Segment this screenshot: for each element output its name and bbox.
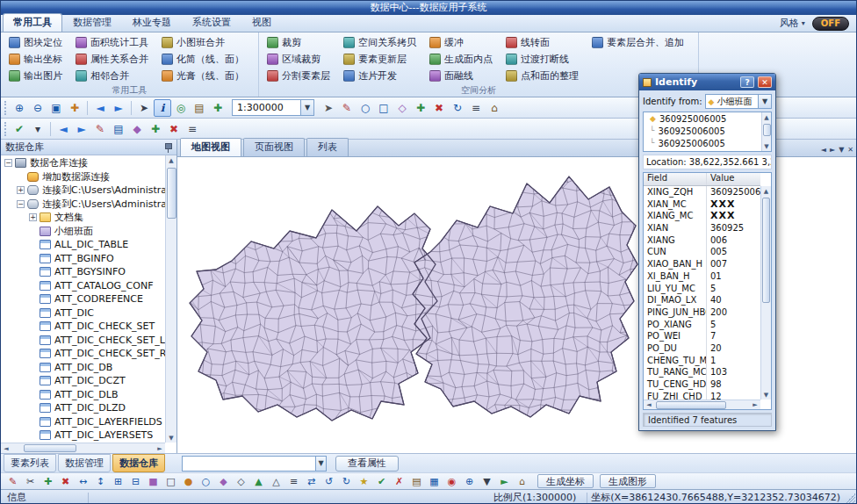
- check-button[interactable]: ✔: [373, 474, 390, 489]
- ribbon-tool[interactable]: 相邻合并: [72, 68, 152, 84]
- grid-row[interactable]: FU_ZHI_CHD12: [644, 391, 760, 400]
- delete-vertex-button[interactable]: ✖: [57, 474, 74, 489]
- identify-result-item[interactable]: └360925006005: [644, 137, 771, 149]
- ribbon-tool[interactable]: 线转面: [502, 34, 582, 51]
- ribbon-tool[interactable]: 裁剪: [263, 34, 334, 51]
- tree-horizontal-scrollbar[interactable]: ◄ ►: [1, 443, 165, 453]
- chevron-down-icon[interactable]: ▼: [300, 100, 313, 115]
- add-data-button[interactable]: ✚: [209, 99, 227, 117]
- identify-from-dropdown[interactable]: ◆ 小细班面 ▼: [705, 94, 772, 109]
- down-tool-button[interactable]: ▼: [479, 474, 495, 489]
- cross-button[interactable]: ✗: [391, 474, 407, 489]
- ribbon-tab-系统设置[interactable]: 系统设置: [182, 13, 241, 32]
- move-vertical-button[interactable]: ↕: [92, 474, 109, 489]
- next-record-button[interactable]: ►: [73, 120, 90, 138]
- tree-item[interactable]: ATT_BGYSINFO: [1, 265, 165, 279]
- select-features-button[interactable]: ➤: [320, 99, 337, 117]
- tree-item[interactable]: 增加数据源连接: [1, 170, 165, 184]
- grid-row[interactable]: XI_BAN_H01: [644, 270, 760, 283]
- identify-result-item[interactable]: └360925006005: [644, 125, 771, 137]
- node-tool-button[interactable]: ●: [180, 474, 197, 489]
- add-feature-button[interactable]: ✚: [412, 99, 429, 117]
- ribbon-tool[interactable]: 区域裁剪: [263, 51, 334, 68]
- outline-tool-button[interactable]: □: [162, 474, 179, 489]
- ribbon-tool[interactable]: 面积统计工具: [72, 34, 152, 51]
- select-button[interactable]: ➤: [135, 99, 153, 117]
- zoom-out-button[interactable]: ⊖: [29, 99, 47, 117]
- grid-row[interactable]: XIANG_MCXXX: [644, 210, 760, 222]
- validate-button[interactable]: ✔: [11, 120, 28, 138]
- scroll-up-icon[interactable]: ▲: [166, 155, 176, 165]
- tab-scroll-right-icon[interactable]: ►: [830, 146, 835, 154]
- swap-tool-button[interactable]: ⇄: [303, 474, 320, 489]
- fill-tool-button[interactable]: ■: [145, 474, 162, 489]
- hollow-triangle-button[interactable]: △: [268, 474, 284, 489]
- view-attributes-button[interactable]: 查看属性: [335, 456, 399, 472]
- symbols-button[interactable]: ◆: [128, 120, 146, 138]
- tab-列表[interactable]: 列表: [306, 138, 349, 156]
- scrollbar-thumb[interactable]: [656, 401, 726, 409]
- undo-button[interactable]: ↺: [320, 474, 337, 489]
- panel-tab-要素列表[interactable]: 要素列表: [4, 454, 56, 472]
- scrollbar-thumb[interactable]: [762, 198, 770, 303]
- pin-icon[interactable]: [163, 142, 172, 153]
- tree-item[interactable]: ATT_DIC_CHECK_SET_RULE: [1, 347, 165, 361]
- off-button[interactable]: OFF: [812, 17, 849, 31]
- tree-item[interactable]: ATT_DIC_LAYERFIELDS: [1, 415, 165, 429]
- grid-header-value[interactable]: Value: [707, 173, 760, 185]
- scroll-up-icon[interactable]: ▲: [762, 112, 771, 122]
- redo-button[interactable]: ↻: [338, 474, 355, 489]
- tab-list-icon[interactable]: ▼: [839, 146, 844, 154]
- home-tool-button[interactable]: ⌂: [514, 474, 530, 489]
- grid-row[interactable]: XIANG006: [644, 234, 760, 247]
- tree-item[interactable]: ATT_DIC_DB: [1, 361, 165, 375]
- ribbon-tool[interactable]: 图块定位: [5, 34, 66, 51]
- tree-expander-icon[interactable]: −: [4, 159, 12, 167]
- ribbon-tool[interactable]: 生成面内点: [426, 51, 496, 68]
- refresh-button[interactable]: ↻: [449, 99, 466, 117]
- feature-search-input[interactable]: [183, 457, 315, 471]
- tab-scroll-left-icon[interactable]: ◄: [821, 146, 826, 154]
- scrollbar-thumb[interactable]: [167, 168, 176, 219]
- table-tool-button[interactable]: ▤: [408, 474, 425, 489]
- next-view-button[interactable]: ►: [110, 99, 127, 117]
- delete-row-button[interactable]: ✖: [165, 120, 183, 138]
- ribbon-tool[interactable]: 缓冲: [426, 34, 496, 51]
- ribbon-tool[interactable]: 空间关系拷贝: [340, 34, 420, 51]
- grid-row[interactable]: TU_CENG_HD98: [644, 378, 760, 391]
- scroll-left-icon[interactable]: ◄: [644, 400, 654, 410]
- tree-item[interactable]: +文档集: [1, 211, 165, 225]
- sketch-tool-button[interactable]: ✎: [4, 474, 21, 489]
- help-icon[interactable]: ?: [740, 76, 754, 88]
- list-tool-button[interactable]: ≡: [285, 474, 302, 489]
- scroll-right-icon[interactable]: ►: [155, 443, 165, 453]
- identify-dialog-titlebar[interactable]: Identify ? ✕: [639, 74, 775, 90]
- ribbon-tool[interactable]: 光膏（线、面）: [158, 68, 248, 84]
- scroll-right-icon[interactable]: ►: [750, 400, 760, 410]
- ribbon-tool[interactable]: 输出坐标: [5, 51, 66, 68]
- ribbon-tool[interactable]: 输出图片: [5, 68, 66, 84]
- favorite-button[interactable]: ★: [356, 474, 372, 489]
- ribbon-tool[interactable]: 要素层合并、追加: [588, 34, 688, 51]
- attributes-button[interactable]: ▤: [110, 120, 127, 138]
- split-button[interactable]: ⊟: [127, 474, 144, 489]
- list-button[interactable]: ≡: [467, 99, 485, 117]
- play-tool-button[interactable]: ►: [496, 474, 513, 489]
- grid-header-field[interactable]: Field: [644, 173, 707, 185]
- ribbon-tool[interactable]: 要素更新层: [340, 51, 420, 68]
- ribbon-tool[interactable]: 属性关系合并: [72, 51, 152, 68]
- tree-item[interactable]: −连接到C:\Users\Administrator': [1, 198, 165, 212]
- tree-item[interactable]: ATT_DIC_DLB: [1, 388, 165, 402]
- target-tool-button[interactable]: ◉: [443, 474, 460, 489]
- tab-close-icon[interactable]: ✕: [847, 146, 853, 154]
- tree-item[interactable]: +连接到C:\Users\Administrator\I: [1, 184, 165, 198]
- tree-item[interactable]: ATT_CATALOG_CONF: [1, 279, 165, 293]
- triangle-tool-button[interactable]: ▲: [250, 474, 267, 489]
- panel-tab-数据管理[interactable]: 数据管理: [58, 454, 111, 472]
- scroll-down-icon[interactable]: ▼: [761, 390, 771, 400]
- grid-horizontal-scrollbar[interactable]: ◄ ►: [644, 400, 760, 409]
- tab-页面视图[interactable]: 页面视图: [243, 138, 305, 156]
- sketch-button[interactable]: ✎: [338, 99, 356, 117]
- tree-item[interactable]: ATT_DIC_DLZD: [1, 401, 165, 415]
- move-horizontal-button[interactable]: ↔: [75, 474, 91, 489]
